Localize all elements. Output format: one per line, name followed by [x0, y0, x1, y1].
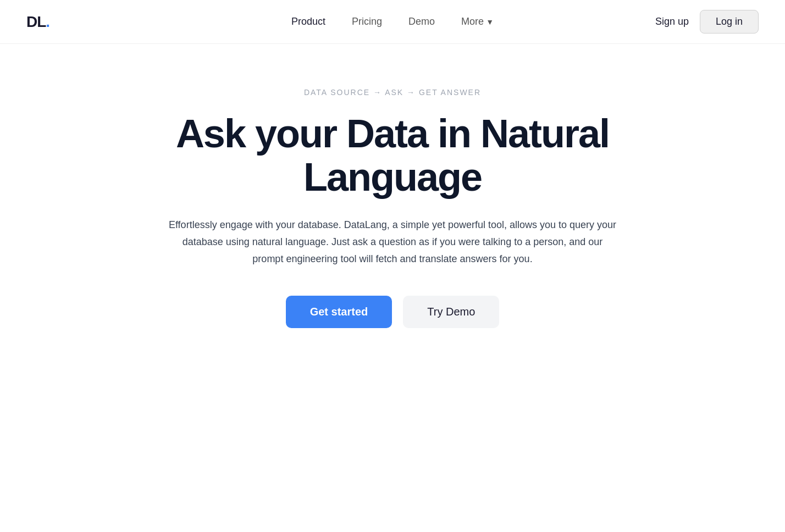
logo-dot: . [46, 13, 50, 31]
hero-buttons: Get started Try Demo [286, 296, 500, 328]
logo-text: DL [26, 13, 46, 31]
chevron-down-icon: ▼ [486, 18, 494, 26]
get-started-button[interactable]: Get started [286, 296, 393, 328]
login-button[interactable]: Log in [700, 10, 759, 34]
nav-product[interactable]: Product [291, 16, 325, 27]
try-demo-button[interactable]: Try Demo [403, 296, 499, 328]
hero-title: Ask your Data in Natural Language [118, 112, 667, 199]
nav-demo[interactable]: Demo [408, 16, 435, 27]
nav-more-label: More [461, 16, 484, 27]
nav-more[interactable]: More ▼ [461, 16, 494, 27]
hero-section: DATA SOURCE → ASK → GET ANSWER Ask your … [0, 44, 785, 361]
nav-actions: Sign up Log in [655, 10, 759, 34]
navbar: DL. Product Pricing Demo More ▼ Sign up … [0, 0, 785, 44]
nav-pricing[interactable]: Pricing [352, 16, 382, 27]
hero-tagline: DATA SOURCE → ASK → GET ANSWER [304, 88, 481, 97]
hero-description: Effortlessly engage with your database. … [167, 217, 618, 267]
logo: DL. [26, 13, 50, 31]
nav-links: Product Pricing Demo More ▼ [291, 16, 494, 27]
signup-button[interactable]: Sign up [655, 16, 689, 27]
